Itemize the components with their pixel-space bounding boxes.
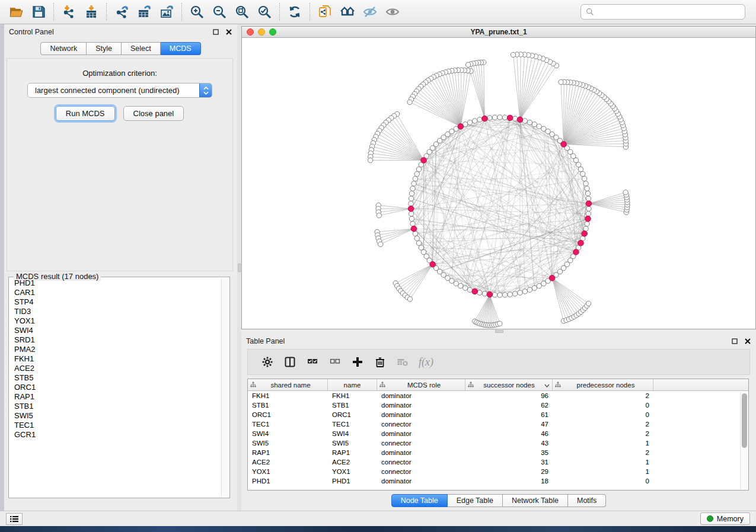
table-cell: dominator [377,448,465,457]
column-header-MCDS-role[interactable]: MCDS role [377,379,465,390]
table-row[interactable]: TEC1TEC1connector472 [248,419,748,429]
table-cell: 0 [553,476,653,486]
refresh-layout-button[interactable] [283,2,306,22]
search-box[interactable] [580,4,745,20]
table-row[interactable]: SWI5SWI5connector431 [248,438,748,448]
first-neighbors-button[interactable] [336,2,359,22]
table-scrollbar-thumb[interactable] [742,393,747,448]
export-network-button[interactable] [110,2,133,22]
table-settings-icon [261,356,273,368]
memory-button[interactable]: Memory [700,512,750,525]
export-table-button[interactable] [133,2,155,22]
mcds-result-item[interactable]: GCR1 [10,430,221,440]
float-panel-icon[interactable] [212,28,219,36]
mcds-result-item[interactable]: FKH1 [10,354,221,364]
criterion-dropdown[interactable]: largest connected component (undirected) [27,83,212,98]
column-header-successor-nodes[interactable]: successor nodes [465,379,553,390]
table-row[interactable]: STB1STB1dominator620 [248,400,748,410]
table-cell: 29 [465,467,553,476]
mcds-result-item[interactable]: SRD1 [10,335,221,345]
mcds-result-item[interactable]: SWI5 [10,411,221,421]
mcds-result-item[interactable]: PMA2 [10,345,221,354]
table-row[interactable]: PHD1PHD1dominator180 [248,476,748,486]
table-cell: PHD1 [328,476,377,486]
zoom-selected-button[interactable] [253,2,276,22]
mcds-result-item[interactable]: YOX1 [10,316,221,326]
optimization-criterion-label: Optimization criterion: [7,69,232,78]
table-scrollbar[interactable] [740,392,748,489]
tab-edge-table[interactable]: Edge Table [448,494,503,507]
network-window-titlebar[interactable]: YPA_prune.txt_1 [242,27,755,38]
column-header-predecessor-nodes[interactable]: predecessor nodes [553,379,653,390]
mcds-result-item[interactable]: TEC1 [10,421,221,430]
tab-node-table[interactable]: Node Table [391,494,448,507]
close-panel-button[interactable]: Close panel [123,106,184,121]
tab-select[interactable]: Select [122,42,161,55]
import-table-button[interactable] [80,2,103,22]
deselect-all-button[interactable] [325,352,345,372]
horizontal-splitter[interactable] [241,329,756,334]
toolbar-separator [106,3,107,21]
table-row[interactable]: RAP1RAP1dominator352 [248,448,748,457]
table-cell: 43 [465,438,553,448]
mcds-result-item[interactable]: STB5 [10,373,221,383]
delete-columns-button[interactable] [370,352,390,372]
mcds-result-item[interactable]: SWI4 [10,326,221,335]
search-input[interactable] [594,8,745,17]
import-network-button[interactable] [58,2,80,22]
add-column-button[interactable] [347,352,368,372]
column-header-shared-name[interactable]: shared name [248,379,328,390]
save-session-button[interactable] [27,2,50,22]
table-row[interactable]: SWI4SWI4dominator462 [248,429,748,438]
hide-selected-button[interactable] [359,2,381,22]
tab-network-table[interactable]: Network Table [503,494,568,507]
mcds-result-item[interactable]: ORC1 [10,383,221,392]
save-session-icon [31,4,46,20]
network-canvas[interactable] [242,38,755,329]
mcds-result-item[interactable]: RAP1 [10,392,221,402]
horizontal-splitter-grip[interactable] [495,330,503,333]
network-graph[interactable] [242,38,755,329]
table-row[interactable]: ORC1ORC1dominator610 [248,410,748,419]
clone-network-button[interactable] [314,2,336,22]
vertical-splitter-grip[interactable] [238,264,241,272]
mcds-result-item[interactable]: ACE2 [10,364,221,373]
mcds-result-item[interactable]: STB1 [10,402,221,411]
tab-network[interactable]: Network [40,42,87,55]
window-close-icon[interactable] [247,28,254,36]
show-columns-button[interactable] [280,352,300,372]
column-header-name[interactable]: name [328,379,377,390]
table-row[interactable]: ACE2ACE2connector311 [248,457,748,467]
close-table-panel-icon[interactable] [744,338,751,345]
mcds-result-item[interactable]: PHD1 [10,278,221,288]
float-table-panel-icon[interactable] [731,338,738,345]
tab-motifs[interactable]: Motifs [568,494,606,507]
node-table[interactable]: shared namenameMCDS rolesuccessor nodesp… [247,379,749,491]
show-all-button[interactable] [381,2,404,22]
show-columns-icon [284,356,296,368]
mcds-result-list[interactable]: PHD1CAR1STP4TID3YOX1SWI4SRD1PMA2FKH1ACE2… [10,278,221,496]
close-panel-icon[interactable] [225,28,232,36]
task-history-button[interactable] [6,513,23,525]
open-file-button[interactable] [5,2,27,22]
tab-style[interactable]: Style [87,42,122,55]
zoom-out-button[interactable] [208,2,231,22]
run-mcds-button[interactable]: Run MCDS [56,106,115,121]
table-cell: dominator [377,429,465,438]
zoom-in-button[interactable] [186,2,208,22]
table-settings-button[interactable] [257,352,277,372]
export-image-button[interactable] [155,2,178,22]
table-panel-title: Table Panel [246,337,731,345]
mcds-result-scrollbar[interactable] [221,278,228,496]
vertical-splitter[interactable] [237,24,241,511]
window-zoom-icon[interactable] [269,28,276,36]
table-row[interactable]: FKH1FKH1dominator962 [248,391,748,400]
zoom-fit-button[interactable] [231,2,253,22]
window-minimize-icon[interactable] [258,28,265,36]
select-all-button[interactable] [302,352,323,372]
tab-mcds[interactable]: MCDS [161,42,201,55]
mcds-result-item[interactable]: TID3 [10,307,221,316]
table-row[interactable]: YOX1YOX1connector291 [248,467,748,476]
mcds-result-item[interactable]: STP4 [10,297,221,307]
mcds-result-item[interactable]: CAR1 [10,288,221,297]
